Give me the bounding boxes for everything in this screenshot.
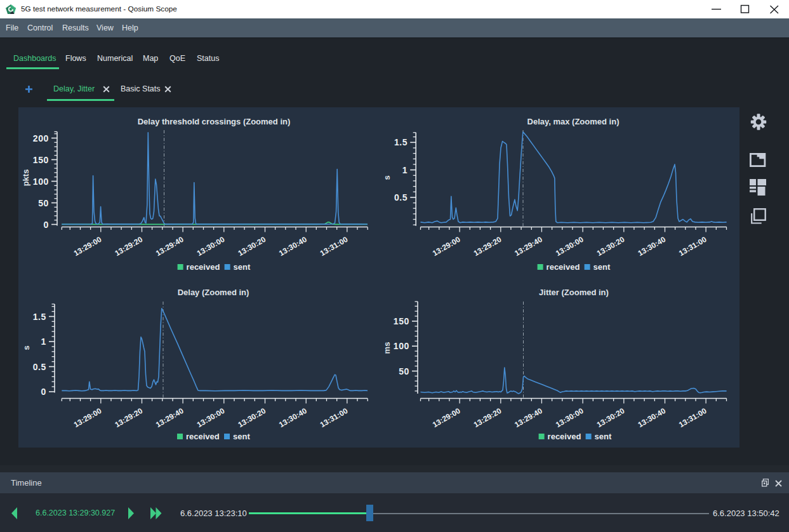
svg-text:received: received — [548, 432, 581, 441]
svg-text:13:29:40: 13:29:40 — [154, 235, 185, 258]
svg-text:13:29:20: 13:29:20 — [113, 235, 144, 258]
svg-text:13:30:00: 13:30:00 — [196, 406, 227, 429]
svg-text:13:29:00: 13:29:00 — [431, 406, 462, 429]
svg-text:150: 150 — [33, 155, 49, 165]
svg-text:13:30:20: 13:30:20 — [236, 235, 267, 258]
svg-text:200: 200 — [33, 133, 49, 143]
svg-text:received: received — [186, 432, 220, 441]
svg-text:50: 50 — [399, 366, 409, 376]
svg-text:13:30:40: 13:30:40 — [277, 235, 308, 258]
svg-text:sent: sent — [595, 432, 612, 441]
svg-text:13:30:40: 13:30:40 — [277, 406, 308, 429]
svg-text:s: s — [382, 175, 392, 180]
svg-text:Delay (Zoomed in): Delay (Zoomed in) — [178, 288, 249, 297]
svg-text:13:29:40: 13:29:40 — [513, 235, 544, 258]
svg-text:13:30:40: 13:30:40 — [636, 235, 667, 258]
svg-text:sent: sent — [593, 262, 611, 272]
svg-text:13:29:00: 13:29:00 — [431, 235, 462, 258]
svg-text:sent: sent — [234, 262, 251, 272]
svg-text:13:30:00: 13:30:00 — [554, 235, 585, 258]
svg-text:Jitter (Zoomed in): Jitter (Zoomed in) — [539, 288, 609, 297]
svg-text:0.5: 0.5 — [394, 192, 408, 203]
svg-text:13:29:20: 13:29:20 — [113, 406, 144, 429]
svg-text:s: s — [22, 345, 31, 350]
svg-text:13:29:20: 13:29:20 — [472, 406, 503, 429]
svg-text:0: 0 — [44, 220, 49, 230]
svg-text:13:29:00: 13:29:00 — [72, 235, 103, 258]
svg-text:13:30:20: 13:30:20 — [236, 406, 267, 429]
svg-text:1: 1 — [41, 336, 46, 347]
svg-text:50: 50 — [38, 198, 49, 208]
svg-text:13:30:00: 13:30:00 — [196, 235, 227, 258]
svg-text:1: 1 — [402, 165, 408, 175]
svg-text:13:29:40: 13:29:40 — [513, 406, 544, 429]
svg-text:13:29:20: 13:29:20 — [472, 235, 503, 258]
svg-text:13:29:00: 13:29:00 — [72, 406, 103, 429]
svg-text:pkts: pkts — [21, 170, 30, 187]
svg-text:received: received — [187, 262, 220, 272]
svg-text:sent: sent — [233, 432, 250, 441]
svg-text:received: received — [547, 262, 580, 272]
svg-text:13:31:00: 13:31:00 — [677, 406, 708, 429]
svg-text:13:30:20: 13:30:20 — [595, 406, 627, 429]
svg-text:13:30:20: 13:30:20 — [595, 235, 627, 258]
svg-text:100: 100 — [33, 176, 49, 187]
svg-text:1.5: 1.5 — [33, 312, 46, 322]
svg-text:0: 0 — [41, 387, 46, 397]
svg-text:1.5: 1.5 — [394, 137, 408, 147]
svg-text:Delay, max (Zoomed in): Delay, max (Zoomed in) — [527, 117, 620, 126]
svg-text:ms: ms — [382, 342, 392, 354]
svg-text:13:31:00: 13:31:00 — [677, 235, 708, 258]
svg-text:13:30:40: 13:30:40 — [636, 406, 667, 429]
svg-text:Delay threshold crossings (Zoo: Delay threshold crossings (Zoomed in) — [138, 117, 291, 126]
svg-text:13:31:00: 13:31:00 — [319, 406, 350, 429]
svg-text:100: 100 — [394, 341, 409, 351]
svg-text:0.5: 0.5 — [33, 362, 46, 372]
svg-text:150: 150 — [394, 316, 409, 326]
svg-text:13:30:00: 13:30:00 — [554, 406, 585, 429]
svg-text:13:29:40: 13:29:40 — [154, 406, 185, 429]
svg-text:13:31:00: 13:31:00 — [319, 235, 350, 258]
